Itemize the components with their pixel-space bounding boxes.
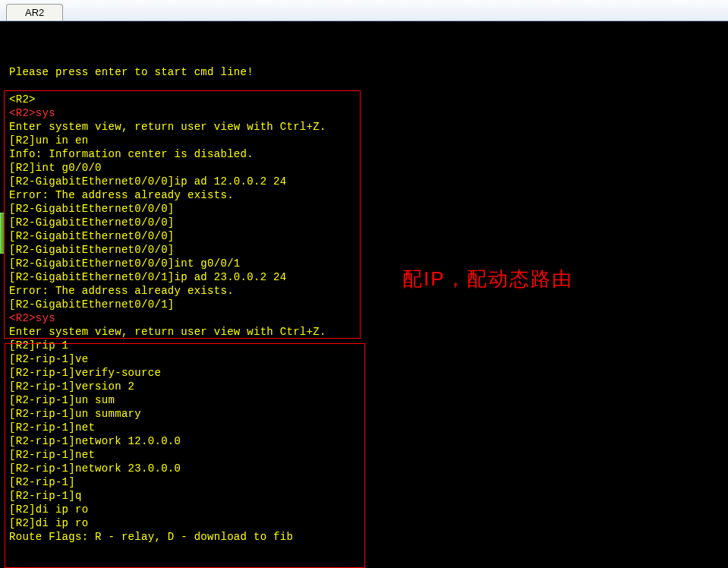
terminal-line: [R2-rip-1]version 2: [9, 380, 722, 393]
terminal-line: Error: The address already exists.: [9, 284, 722, 298]
terminal-line: [R2-GigabitEthernet0/0/0]: [9, 216, 722, 229]
terminal-line: [R2-GigabitEthernet0/0/0]int g0/0/1: [9, 257, 722, 270]
terminal-line: Please press enter to start cmd line!: [9, 65, 722, 79]
terminal-line: [R2]di ip ro: [9, 503, 722, 516]
terminal-line: [R2-GigabitEthernet0/0/1]: [9, 298, 722, 311]
terminal-line: Enter system view, return user view with…: [9, 120, 722, 134]
terminal-line: [R2-GigabitEthernet0/0/0]: [9, 229, 722, 243]
terminal-line: [R2-rip-1]un sum: [9, 393, 722, 407]
terminal-line: Info: Information center is disabled.: [9, 147, 722, 161]
terminal-line: [R2-GigabitEthernet0/0/1]ip ad 23.0.0.2 …: [9, 270, 722, 284]
terminal-line: [R2-GigabitEthernet0/0/0]ip ad 12.0.0.2 …: [9, 175, 722, 188]
terminal-line: [R2-rip-1]net: [9, 421, 722, 434]
terminal-line: Route Flags: R - relay, D - download to …: [9, 530, 722, 544]
terminal-line: Error: The address already exists.: [9, 188, 722, 202]
terminal-line: <R2>sys: [9, 106, 722, 120]
terminal-line: [R2-rip-1]q: [9, 489, 722, 503]
terminal-line: [R2]int g0/0/0: [9, 161, 722, 175]
scroll-indicator[interactable]: [0, 213, 5, 254]
terminal-line: [R2]un in en: [9, 134, 722, 147]
terminal-line: [R2-rip-1]: [9, 475, 722, 489]
terminal-line: [R2-GigabitEthernet0/0/0]: [9, 202, 722, 216]
terminal-line: [R2-rip-1]network 12.0.0.0: [9, 434, 722, 448]
terminal-line: [R2-rip-1]ve: [9, 352, 722, 366]
tab-ar2[interactable]: AR2: [6, 4, 63, 21]
terminal-line: [R2-rip-1]verify-source: [9, 366, 722, 380]
terminal-line: [R2-rip-1]un summary: [9, 407, 722, 421]
terminal-line: <R2>sys: [9, 311, 722, 325]
terminal-output[interactable]: Please press enter to start cmd line!<R2…: [0, 21, 728, 568]
terminal-line: [R2-rip-1]net: [9, 448, 722, 462]
terminal-line: [R2]di ip ro: [9, 516, 722, 530]
terminal-line: <R2>: [9, 93, 722, 106]
terminal-line: Enter system view, return user view with…: [9, 325, 722, 339]
terminal-line: [R2]rip 1: [9, 339, 722, 352]
terminal-line: [9, 79, 722, 93]
terminal-line: [R2-GigabitEthernet0/0/0]: [9, 243, 722, 257]
terminal-line: [R2-rip-1]network 23.0.0.0: [9, 462, 722, 475]
tab-bar: AR2: [0, 0, 728, 21]
